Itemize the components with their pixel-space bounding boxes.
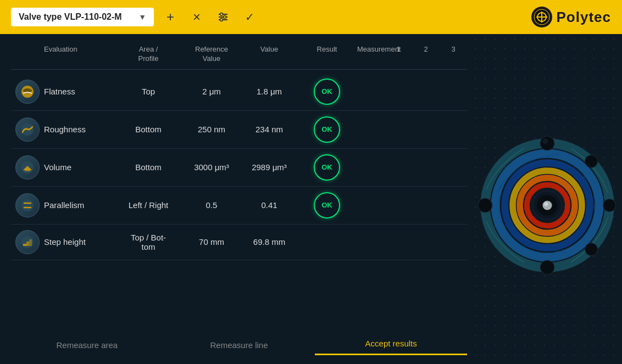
eval-name-volume: Volume xyxy=(44,163,115,172)
table-rows: Flatness Top 2 μm 1.8 μm OK xyxy=(11,73,467,330)
settings-button[interactable] xyxy=(213,7,233,27)
add-button[interactable]: + xyxy=(160,7,180,27)
flatness-icon-circle xyxy=(15,80,40,104)
table-panel: Evaluation Area /Profile ReferenceValue … xyxy=(0,34,473,364)
eval-ref-step-height: 70 mm xyxy=(181,237,242,247)
eval-val-flatness: 1.8 μm xyxy=(242,87,297,96)
svg-point-33 xyxy=(540,136,554,150)
circular-visualization xyxy=(473,101,622,310)
row-icon-roughness xyxy=(11,117,44,142)
row-icon-step-height xyxy=(11,230,44,254)
remeasure-area-button[interactable]: Remeasure area xyxy=(11,335,163,355)
settings-icon xyxy=(217,11,229,23)
logo-area: Polytec xyxy=(531,7,612,27)
table-row[interactable]: Step height Top / Bot-tom 70 mm 69.8 mm xyxy=(11,225,467,260)
col-m3: 3 xyxy=(440,45,467,64)
eval-result-parallelism: OK xyxy=(297,192,357,219)
svg-point-38 xyxy=(478,198,492,212)
eval-name-flatness: Flatness xyxy=(44,87,115,96)
col-result: Result xyxy=(297,45,357,64)
roughness-icon xyxy=(20,122,35,137)
col-reference-value: ReferenceValue xyxy=(181,45,242,64)
ok-badge-parallelism: OK xyxy=(314,192,340,219)
eval-name-step-height: Step height xyxy=(44,237,115,247)
parallelism-icon xyxy=(20,198,35,212)
svg-point-35 xyxy=(585,155,598,167)
eval-area-parallelism: Left / Right xyxy=(115,200,181,210)
accept-results-button[interactable]: Accept results xyxy=(315,333,467,355)
valve-select-dropdown[interactable]: Valve type VLP-110-02-M ▼ xyxy=(11,8,154,26)
app-header: Valve type VLP-110-02-M ▼ + × ✓ xyxy=(0,0,622,34)
eval-area-step-height: Top / Bot-tom xyxy=(115,233,181,251)
bottom-bar: Remeasure area Remeasure line Accept res… xyxy=(11,330,467,359)
close-button[interactable]: × xyxy=(187,7,207,27)
col-icon xyxy=(11,45,44,64)
svg-rect-18 xyxy=(23,244,26,246)
svg-point-36 xyxy=(585,243,598,255)
col-m2: 2 xyxy=(412,45,440,64)
svg-rect-19 xyxy=(26,242,29,246)
eval-area-volume: Bottom xyxy=(115,163,181,172)
volume-icon-circle xyxy=(15,155,40,180)
eval-val-parallelism: 0.41 xyxy=(242,200,297,210)
svg-point-3 xyxy=(220,13,223,16)
row-icon-parallelism xyxy=(11,193,44,217)
svg-point-14 xyxy=(21,199,34,211)
table-row[interactable]: Volume Bottom 3000 μm³ 2989 μm³ OK xyxy=(11,149,467,187)
col-value: Value xyxy=(242,45,297,64)
step-height-icon-circle xyxy=(15,230,40,254)
eval-name-roughness: Roughness xyxy=(44,125,115,134)
step-height-icon xyxy=(20,235,35,249)
valve-select-label: Valve type VLP-110-02-M xyxy=(19,12,122,22)
eval-ref-parallelism: 0.5 xyxy=(181,200,242,210)
roughness-icon-circle xyxy=(15,117,40,142)
col-evaluation: Evaluation xyxy=(44,45,115,64)
polytec-logo-text: Polytec xyxy=(557,9,612,26)
eval-area-roughness: Bottom xyxy=(115,125,181,134)
viz-panel xyxy=(473,34,622,364)
table-row[interactable]: Parallelism Left / Right 0.5 0.41 OK xyxy=(11,187,467,225)
eval-result-flatness: OK xyxy=(297,79,357,105)
viz-container xyxy=(473,46,622,364)
polytec-logo-icon xyxy=(531,7,552,27)
svg-rect-13 xyxy=(25,168,30,171)
svg-point-32 xyxy=(544,202,548,206)
ok-badge-flatness: OK xyxy=(314,79,340,105)
eval-ref-volume: 3000 μm³ xyxy=(181,163,242,172)
table-row[interactable]: Flatness Top 2 μm 1.8 μm OK xyxy=(11,73,467,111)
remeasure-line-button[interactable]: Remeasure line xyxy=(163,335,315,355)
row-icon-flatness xyxy=(11,80,44,104)
ok-badge-roughness: OK xyxy=(314,116,340,143)
eval-result-roughness: OK xyxy=(297,116,357,143)
col-measurement: Measurement xyxy=(357,45,385,64)
eval-area-flatness: Top xyxy=(115,87,181,96)
col-m1: 1 xyxy=(385,45,412,64)
svg-point-5 xyxy=(220,19,223,21)
parallelism-icon-circle xyxy=(15,193,40,217)
svg-point-37 xyxy=(540,260,554,275)
check-button[interactable]: ✓ xyxy=(240,7,259,27)
table-row[interactable]: Roughness Bottom 250 nm 234 nm OK xyxy=(11,111,467,149)
table-header: Evaluation Area /Profile ReferenceValue … xyxy=(11,45,467,70)
eval-val-roughness: 234 nm xyxy=(242,125,297,134)
volume-icon xyxy=(20,160,35,175)
eval-ref-roughness: 250 nm xyxy=(181,125,242,134)
eval-ref-flatness: 2 μm xyxy=(181,87,242,96)
svg-point-34 xyxy=(542,138,548,144)
flatness-icon xyxy=(20,85,35,99)
eval-val-step-height: 69.8 mm xyxy=(242,237,297,247)
col-area-profile: Area /Profile xyxy=(115,45,181,64)
main-content: Evaluation Area /Profile ReferenceValue … xyxy=(0,34,622,364)
svg-rect-20 xyxy=(29,239,32,246)
eval-val-volume: 2989 μm³ xyxy=(242,163,297,172)
header-left: Valve type VLP-110-02-M ▼ + × ✓ xyxy=(11,7,531,27)
row-icon-volume xyxy=(11,155,44,180)
eval-result-volume: OK xyxy=(297,154,357,181)
eval-name-parallelism: Parallelism xyxy=(44,200,115,210)
svg-point-39 xyxy=(603,199,616,211)
svg-point-4 xyxy=(224,16,226,19)
chevron-down-icon: ▼ xyxy=(138,13,146,21)
ok-badge-volume: OK xyxy=(314,154,340,181)
